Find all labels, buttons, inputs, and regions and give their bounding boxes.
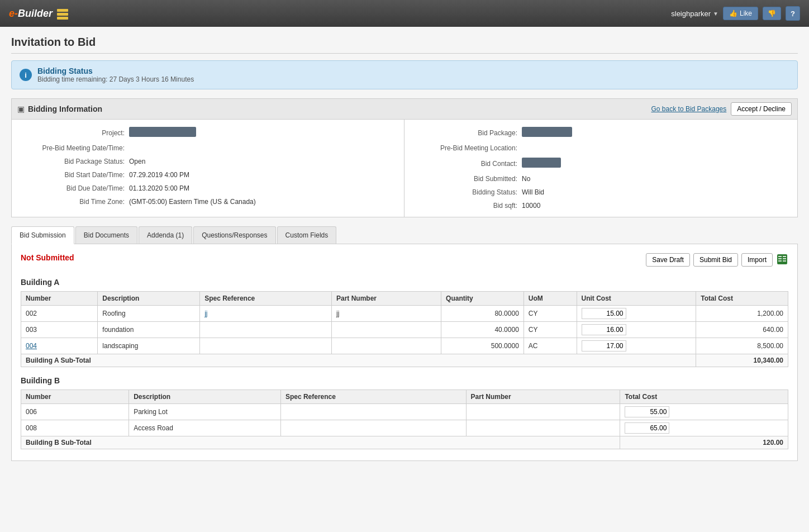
unit-cost-input[interactable] [582, 308, 626, 319]
status-banner-title: Bidding Status [37, 66, 194, 75]
svg-rect-9 [783, 260, 786, 262]
section-header-right: Go back to Bid Packages Accept / Decline [651, 102, 792, 116]
total-cost-input[interactable] [625, 406, 669, 417]
like-label: Like [740, 10, 752, 17]
tab-bid-documents[interactable]: Bid Documents [75, 226, 137, 244]
row-quantity: 80.0000 [441, 306, 524, 322]
row-number: 004 [21, 338, 98, 354]
section-title: Bidding Information [28, 104, 102, 113]
subtotal-value-a: 10,340.00 [696, 354, 788, 367]
info-row-bid-package: Bid Package: [404, 124, 797, 141]
svg-rect-5 [783, 256, 786, 257]
tab-bid-submission[interactable]: Bid Submission [11, 226, 74, 244]
info-row-bid-submitted: Bid Submitted: No [404, 172, 797, 186]
row-part-number [331, 322, 441, 338]
row-part-number [466, 420, 620, 436]
save-draft-button[interactable]: Save Draft [646, 253, 690, 267]
user-dropdown-arrow[interactable]: ▼ [713, 11, 718, 17]
svg-rect-7 [783, 258, 786, 259]
col-spec-ref-a: Spec Reference [200, 292, 332, 306]
prebid-location-label: Pre-Bid Meeting Location: [410, 144, 522, 152]
info-row-project: Project: [12, 124, 404, 141]
info-icon: i [20, 69, 32, 81]
building-b-table: Number Description Spec Reference Part N… [21, 390, 788, 449]
accept-decline-button[interactable]: Accept / Decline [731, 102, 792, 116]
tab-questions-responses[interactable]: Questions/Responses [193, 226, 275, 244]
svg-rect-8 [778, 260, 782, 262]
header-right: sleighparker ▼ 👍 Like 👎 ? [671, 6, 800, 21]
subtotal-label-b: Building B Sub-Total [21, 436, 620, 449]
collapse-icon[interactable]: ▣ [17, 104, 25, 113]
row-uom: AC [524, 338, 577, 354]
svg-rect-6 [778, 258, 782, 259]
help-icon: ? [791, 10, 795, 18]
tab-addenda[interactable]: Addenda (1) [139, 226, 192, 244]
col-total-cost-b: Total Cost [620, 390, 788, 404]
bidding-status-value: Will Bid [522, 188, 544, 196]
section-header: ▣ Bidding Information Go back to Bid Pac… [12, 99, 797, 120]
row-description: Access Road [129, 420, 281, 436]
tab-custom-fields[interactable]: Custom Fields [277, 226, 337, 244]
unit-cost-input[interactable] [582, 324, 626, 335]
svg-rect-4 [778, 256, 782, 257]
info-row-due-date: Bid Due Date/Time: 01.13.2020 5:00 PM [12, 182, 404, 195]
info-row-bid-sqft: Bid sqft: 10000 [404, 199, 797, 212]
info-right-column: Bid Package: Pre-Bid Meeting Location: B… [404, 120, 797, 217]
row-total-cost [620, 420, 788, 436]
dislike-button[interactable]: 👎 [763, 7, 781, 20]
total-cost-input[interactable] [625, 422, 669, 434]
thumbs-down-icon: 👎 [768, 10, 776, 17]
bidding-information-section: ▣ Bidding Information Go back to Bid Pac… [11, 98, 798, 217]
spreadsheet-icon[interactable] [776, 253, 788, 265]
number-link[interactable]: 004 [26, 342, 37, 350]
table-row: 002 Roofing jj jj 80.0000 CY 1,200.00 [21, 306, 788, 322]
import-button[interactable]: Import [741, 253, 773, 267]
subtotal-value-b: 120.00 [620, 436, 788, 449]
bid-package-label: Bid Package: [410, 129, 522, 137]
bid-contact-value [522, 158, 561, 169]
submit-bid-button[interactable]: Submit Bid [693, 253, 738, 267]
row-spec-ref: jj [200, 306, 332, 322]
row-part-number [331, 338, 441, 354]
row-number: 006 [21, 404, 129, 420]
project-value [129, 127, 196, 139]
info-row-prebid-location: Pre-Bid Meeting Location: [404, 141, 797, 155]
col-description-a: Description [98, 292, 200, 306]
building-b-title: Building B [21, 376, 788, 385]
table-row: 006 Parking Lot [21, 404, 788, 420]
start-date-label: Bid Start Date/Time: [17, 171, 129, 179]
unit-cost-input[interactable] [582, 340, 626, 352]
row-number: 008 [21, 420, 129, 436]
project-label: Project: [17, 129, 129, 137]
logo-builder: Builder [18, 8, 53, 20]
info-row-bidding-status: Bidding Status: Will Bid [404, 186, 797, 199]
due-date-value: 01.13.2020 5:00 PM [129, 184, 189, 192]
help-button[interactable]: ? [786, 6, 800, 21]
bid-status-label: Bid Package Status: [17, 158, 129, 165]
row-part-number: jj [331, 306, 441, 322]
not-submitted-label: Not Submitted [21, 253, 74, 262]
logo-icon [55, 6, 70, 21]
subtotal-label-a: Building A Sub-Total [21, 354, 696, 367]
row-description: Parking Lot [129, 404, 281, 420]
spec-ref-link[interactable]: jj [204, 310, 207, 317]
col-part-number-a: Part Number [331, 292, 441, 306]
bid-contact-label: Bid Contact: [410, 160, 522, 168]
page-title: Invitation to Bid [11, 36, 798, 54]
go-back-link[interactable]: Go back to Bid Packages [651, 105, 727, 113]
col-number-b: Number [21, 390, 129, 404]
logo: e-Builder [9, 6, 70, 21]
row-part-number [466, 404, 620, 420]
row-number: 002 [21, 306, 98, 322]
row-description: landscaping [98, 338, 200, 354]
svg-rect-2 [57, 17, 68, 20]
bid-submitted-value: No [522, 175, 530, 183]
username-label: sleighparker [671, 10, 711, 18]
col-unit-cost-a: Unit Cost [577, 292, 696, 306]
user-info: sleighparker ▼ [671, 10, 718, 18]
col-spec-ref-b: Spec Reference [280, 390, 466, 404]
like-button[interactable]: 👍 Like [723, 7, 758, 20]
app-header: e-Builder sleighparker ▼ 👍 Like 👎 ? [0, 0, 809, 27]
table-row: 003 foundation 40.0000 CY 640.00 [21, 322, 788, 338]
bid-status-value: Open [129, 158, 145, 165]
